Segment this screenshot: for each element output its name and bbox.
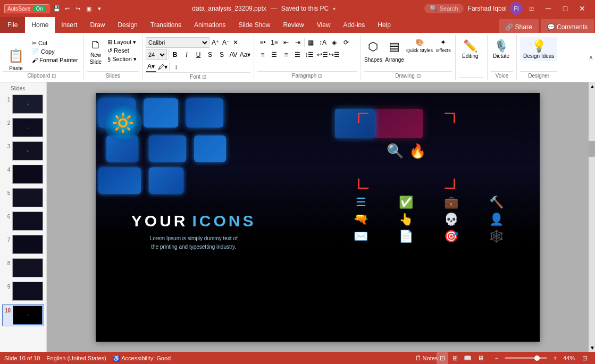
close-button[interactable]: ✕: [574, 0, 591, 17]
slide-sorter-button[interactable]: ⊞: [449, 352, 461, 364]
slide-thumb-10[interactable]: 10 ⊞: [2, 304, 44, 326]
strikethrough-button[interactable]: S: [205, 49, 215, 60]
font-size-down-icon[interactable]: A⁻: [221, 39, 231, 46]
line-spacing-button[interactable]: ↕☰: [304, 49, 315, 60]
font-color-button[interactable]: A▾: [146, 62, 156, 72]
tab-view[interactable]: View: [311, 17, 337, 33]
undo-icon[interactable]: ↩: [63, 4, 72, 13]
copy-button[interactable]: 📄 Copy: [30, 48, 80, 56]
text-direction-button[interactable]: ↕A: [317, 37, 328, 48]
notes-button[interactable]: 🗒 Notes: [421, 352, 432, 364]
zoom-in-button[interactable]: +: [549, 352, 561, 364]
share-button[interactable]: 🔗 Share: [499, 19, 538, 35]
rtl-button[interactable]: ↩☰: [317, 49, 328, 60]
underline-button[interactable]: U: [193, 49, 204, 60]
autosave-badge[interactable]: AutoSave On: [4, 4, 49, 13]
tab-help[interactable]: Help: [371, 17, 397, 33]
paste-button[interactable]: 📋: [3, 37, 29, 65]
tab-file[interactable]: File: [0, 17, 25, 33]
shape-effects-button[interactable]: ✦: [435, 37, 452, 47]
arrange-button[interactable]: ▤: [385, 37, 404, 56]
slide-thumb-6[interactable]: 6: [2, 210, 44, 232]
columns-button[interactable]: ▦: [306, 37, 316, 48]
ltr-button[interactable]: ↪☰: [329, 49, 340, 60]
dictate-button[interactable]: 🎙️ Dictate: [491, 37, 512, 61]
increase-indent-button[interactable]: ⇥: [292, 37, 303, 48]
collapse-icon[interactable]: ∧: [586, 54, 595, 61]
shadow-button[interactable]: S: [216, 49, 227, 60]
tab-animations[interactable]: Animations: [188, 17, 232, 33]
tab-draw[interactable]: Draw: [83, 17, 111, 33]
slide-thumb-7[interactable]: 7: [2, 234, 44, 255]
present-icon[interactable]: ▣: [85, 4, 93, 13]
zoom-thumb[interactable]: [534, 355, 540, 361]
search-box[interactable]: 🔍 Search: [424, 4, 464, 13]
slide-thumb-2[interactable]: 2 ▬: [2, 117, 44, 138]
convert-button[interactable]: ⟳: [341, 37, 351, 48]
justify-button[interactable]: ☰: [292, 49, 303, 60]
slide-thumb-5[interactable]: 5: [2, 187, 44, 208]
section-button[interactable]: § Section ▾: [105, 55, 139, 63]
avatar[interactable]: FI: [510, 2, 523, 15]
slide-thumb-3[interactable]: 3 ≡: [2, 140, 44, 162]
scroll-track[interactable]: [589, 90, 595, 344]
slide-thumb-1[interactable]: 1 ⊡: [2, 94, 44, 115]
zoom-out-button[interactable]: −: [491, 352, 502, 364]
decrease-indent-button[interactable]: ⇤: [281, 37, 291, 48]
zoom-slider[interactable]: [505, 357, 547, 359]
highlight-color-button[interactable]: 🖊▾: [157, 62, 168, 72]
format-painter-button[interactable]: 🖌 Format Painter: [30, 56, 80, 64]
align-right-button[interactable]: ≡: [281, 49, 291, 60]
customize-icon[interactable]: ▾: [95, 4, 104, 13]
tab-slideshow[interactable]: Slide Show: [232, 17, 276, 33]
tab-home[interactable]: Home: [25, 17, 55, 33]
ribbon-display-icon[interactable]: ⊡: [527, 4, 535, 13]
slide-thumb-8[interactable]: 8: [2, 257, 44, 278]
bold-button[interactable]: B: [170, 49, 180, 60]
smart-art-button[interactable]: ◈: [329, 37, 340, 48]
save-icon[interactable]: 💾: [53, 4, 61, 13]
cut-button[interactable]: ✂ Cut: [30, 39, 80, 47]
collapse-ribbon[interactable]: ∧: [586, 35, 595, 80]
tab-design[interactable]: Design: [111, 17, 144, 33]
design-ideas-button[interactable]: 💡 Design Ideas: [520, 37, 557, 61]
normal-view-button[interactable]: ⊡: [437, 352, 448, 364]
redo-icon[interactable]: ↪: [74, 4, 82, 13]
italic-button[interactable]: I: [181, 49, 192, 60]
scroll-thumb[interactable]: [589, 141, 595, 157]
bullets-button[interactable]: ≡•: [257, 37, 268, 48]
align-center-button[interactable]: ☰: [269, 49, 280, 60]
tab-insert[interactable]: Insert: [55, 17, 83, 33]
tab-review[interactable]: Review: [276, 17, 310, 33]
editing-button[interactable]: ✏️ Editing: [459, 37, 482, 61]
scroll-down-button[interactable]: ▼: [589, 344, 595, 352]
right-scrollbar[interactable]: ▲ ▼: [589, 82, 595, 352]
font-size-up-icon[interactable]: A⁺: [211, 39, 220, 46]
fit-slide-button[interactable]: ⊡: [579, 352, 591, 364]
autosave-toggle[interactable]: On: [32, 5, 46, 12]
numbering-button[interactable]: 1≡: [269, 37, 280, 48]
change-case-button[interactable]: Aa▾: [240, 49, 250, 60]
tab-transitions[interactable]: Transitions: [144, 17, 188, 33]
tab-addins[interactable]: Add-ins: [337, 17, 372, 33]
clear-format-icon[interactable]: ✕: [232, 39, 239, 46]
reset-button[interactable]: ↺ Reset: [105, 47, 139, 55]
new-slide-button[interactable]: 🗋 New Slide: [87, 37, 104, 66]
presenter-view-button[interactable]: 🖥: [475, 352, 487, 364]
canvas-area[interactable]: 🔆 YOUR ICONS Lorem Ipsum is simply dummy…: [47, 82, 589, 352]
text-dir-button[interactable]: ↕: [171, 62, 181, 72]
quick-styles-button[interactable]: 🎨: [411, 37, 428, 47]
char-spacing-button[interactable]: AV: [228, 49, 239, 60]
layout-button[interactable]: ⊞ Layout ▾: [105, 38, 139, 46]
reading-view-button[interactable]: 📖: [462, 352, 474, 364]
font-family-select[interactable]: Calibri: [146, 37, 209, 48]
comments-button[interactable]: 💬 Comments: [541, 19, 594, 35]
scroll-up-button[interactable]: ▲: [589, 82, 595, 90]
shapes-button[interactable]: ⬡: [364, 37, 383, 56]
align-left-button[interactable]: ≡: [257, 49, 268, 60]
minimize-button[interactable]: ─: [540, 0, 557, 17]
font-size-select[interactable]: 24: [146, 49, 167, 60]
maximize-button[interactable]: □: [557, 0, 574, 17]
slide-thumb-9[interactable]: 9: [2, 281, 44, 302]
slide-thumb-4[interactable]: 4: [2, 164, 44, 185]
